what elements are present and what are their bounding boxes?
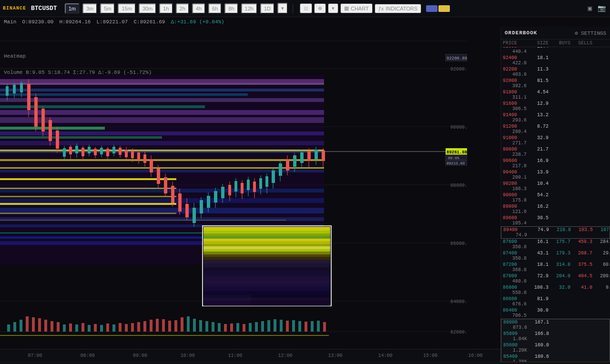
orderbook-bid-row[interactable]: 85800 166.8 1.04K (501, 331, 610, 342)
ob-total: 217.0 (503, 163, 527, 169)
orderbook-ask-row[interactable]: 91200 8.72 280.4 (501, 123, 610, 135)
ob-buys (549, 147, 570, 152)
orderbook-bid-row[interactable]: 87400 43.1 179.3 208.7 29.5 350.8 (501, 250, 610, 262)
ob-price: 90200 (503, 181, 527, 186)
ob-delta (592, 192, 610, 198)
svg-rect-84 (100, 148, 103, 154)
ob-buys (549, 331, 571, 336)
svg-rect-179 (181, 317, 183, 332)
orderbook-ask-row[interactable]: 89400 74.9 210.8 103.5 107.3 74.9 (501, 226, 610, 239)
svg-text:89212.89: 89212.89 (447, 161, 465, 165)
chart-type-btn[interactable]: ▦ (300, 3, 312, 13)
ob-total: 74.9 (503, 233, 527, 238)
orderbook-bid-row[interactable]: 86000 167.1 873.6 (501, 319, 610, 331)
ob-delta (592, 204, 610, 209)
tf-4h[interactable]: 4h (192, 3, 205, 14)
orderbook-bid-row[interactable]: 85600 160.0 1.20K (501, 342, 610, 354)
ob-total: 311.1 (503, 95, 527, 100)
orderbook-ask-row[interactable]: 92600 18.4 440.4 (501, 47, 610, 55)
orderbook-ask-row[interactable]: 90000 54.2 175.8 (501, 192, 610, 203)
svg-text:88000.00: 88000.00 (450, 183, 467, 188)
orderbook-bid-row[interactable]: 86400 30.0 706.5 (501, 307, 610, 319)
orderbook-ask-row[interactable]: 89800 16.2 121.6 (501, 203, 610, 215)
orderbook-bid-row[interactable]: 87200 18.1 314.8 375.5 60.7 368.8 (501, 262, 610, 273)
orderbook-ask-row[interactable]: 90200 10.4 186.3 (501, 181, 610, 192)
color-swatch[interactable] (426, 5, 450, 12)
orderbook-bid-row[interactable]: 86800 108.3 32.0 41.0 9.0 550.0 (501, 284, 610, 296)
svg-rect-222 (203, 276, 330, 280)
ob-size: 13.9 (527, 170, 549, 175)
orderbook-ask-row[interactable]: 92000 81.5 392.6 (501, 78, 610, 89)
orderbook-ask-row[interactable]: 91800 4.54 311.1 (501, 89, 610, 101)
price-bar: Main O:89230.00 H:89264.16 L:89221.07 C:… (0, 17, 610, 27)
pair-label[interactable]: BTCUSDT (31, 5, 57, 12)
tf-1m[interactable]: 1m (65, 3, 80, 14)
open-stat: O:89230.00 (22, 19, 53, 25)
main-label: Main (4, 19, 16, 25)
crosshair-btn[interactable]: ⊕ (314, 3, 326, 13)
orderbook-bid-row[interactable]: 86600 81.9 676.6 (501, 296, 610, 307)
orderbook-bid-row[interactable]: 87600 16.1 175.7 459.3 284.0 350.8 (501, 239, 610, 250)
svg-rect-130 (253, 182, 256, 192)
swatch-blue[interactable] (426, 5, 437, 12)
ob-price: 85800 (503, 331, 527, 336)
chart-btn[interactable]: ▦ CHART (340, 3, 373, 13)
bar-chart-icon: ▦ (304, 5, 308, 11)
ob-sells (570, 192, 592, 198)
chart-area[interactable]: Heatmap Volume B:9.05 S:18.74 Σ:27.79 Δ:… (0, 27, 500, 364)
tf-15m[interactable]: 15m (118, 3, 135, 14)
delta-stat: Δ:+31.69 (+0.04%) (171, 19, 224, 25)
tf-5m[interactable]: 5m (100, 3, 115, 14)
orderbook-ask-row[interactable]: 91000 32.9 271.7 (501, 135, 610, 146)
tf-dropdown[interactable]: ▾ (277, 3, 288, 14)
tf-12h[interactable]: 12h (241, 3, 257, 14)
orderbook-scrollable[interactable]: 94200 19.7 710.5 94000 34.4 690.9 93800 … (501, 47, 610, 362)
svg-rect-208 (203, 233, 330, 236)
svg-rect-25 (0, 127, 105, 130)
svg-rect-180 (187, 316, 190, 332)
ob-price: 91200 (503, 124, 527, 129)
ob-price: 91800 (503, 90, 527, 95)
swatch-yellow[interactable] (438, 5, 450, 12)
ob-sells (570, 296, 592, 302)
ob-size: 54.2 (527, 192, 549, 198)
orderbook-bid-row[interactable]: 85400 180.6 1.38K (501, 354, 610, 362)
svg-rect-120 (221, 187, 224, 198)
tf-3m[interactable]: 3m (82, 3, 97, 14)
orderbook-ask-row[interactable]: 90600 16.9 217.0 (501, 158, 610, 169)
tf-8h[interactable]: 8h (224, 3, 238, 14)
orderbook-ask-row[interactable]: 90800 21.7 238.7 (501, 146, 610, 158)
ob-sells (570, 67, 592, 72)
layout-icon[interactable]: ▣ (587, 3, 593, 14)
orderbook-bid-row[interactable]: 87000 72.9 204.0 404.5 200.5 480.0 (501, 273, 610, 284)
svg-rect-163 (81, 323, 84, 332)
orderbook-ask-row[interactable]: 92400 18.1 422.0 (501, 55, 610, 66)
tf-1h[interactable]: 1h (159, 3, 173, 14)
svg-rect-198 (298, 321, 301, 332)
svg-rect-166 (100, 325, 103, 332)
orderbook-ask-row[interactable]: 91600 12.9 306.5 (501, 101, 610, 112)
ob-buys: 175.7 (549, 239, 570, 244)
chart-label: CHART (351, 6, 369, 11)
ob-price: 85400 (503, 354, 527, 359)
tf-1d[interactable]: 1D (260, 3, 274, 14)
orderbook-ask-row[interactable]: 91400 13.2 293.6 (501, 112, 610, 123)
ob-delta (592, 158, 610, 163)
orderbook-ask-row[interactable]: 92200 11.3 403.9 (501, 66, 610, 78)
ob-buys (549, 354, 571, 359)
ob-delta (592, 90, 610, 95)
ob-size: 13.2 (527, 112, 549, 118)
orderbook-ask-row[interactable]: 89600 30.5 105.4 (501, 215, 610, 226)
screenshot-icon[interactable]: 📷 (596, 3, 607, 14)
tf-30m[interactable]: 30m (139, 3, 156, 14)
ob-total: 200.1 (503, 175, 527, 180)
tf-2h[interactable]: 2h (176, 3, 189, 14)
ob-total: 175.8 (503, 198, 527, 203)
ob-sells (570, 181, 592, 186)
settings-button[interactable]: ⚙ SETTINGS (575, 30, 606, 36)
tf-6h[interactable]: 6h (208, 3, 222, 14)
orderbook-ask-row[interactable]: 90400 13.9 200.1 (501, 169, 610, 181)
crosshair-dropdown[interactable]: ▾ (328, 3, 338, 13)
indicators-btn[interactable]: ƒx INDICATORS (375, 4, 421, 13)
svg-rect-66 (41, 109, 45, 131)
